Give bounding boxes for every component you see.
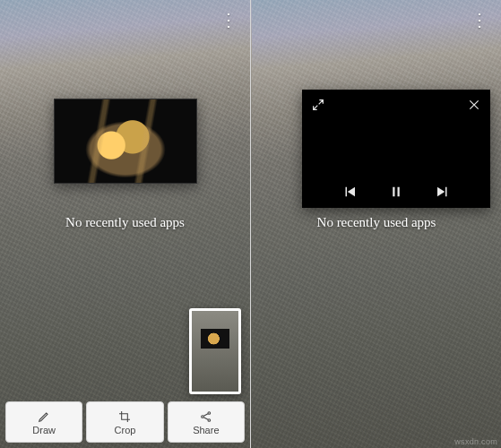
close-icon[interactable]	[467, 98, 481, 112]
pip-controls	[302, 176, 490, 208]
screenshot-right: ⋮ No recently used apps wsxdn.com	[251, 0, 501, 448]
pencil-icon	[37, 409, 51, 424]
share-icon	[199, 409, 213, 424]
svg-point-2	[208, 418, 211, 421]
pause-icon[interactable]	[388, 184, 404, 200]
pip-movie-preview[interactable]	[54, 99, 197, 184]
draw-label: Draw	[32, 425, 56, 435]
expand-icon[interactable]	[311, 98, 325, 112]
crop-icon	[117, 409, 132, 424]
overflow-menu-button[interactable]: ⋮	[467, 7, 492, 32]
share-button[interactable]: Share	[168, 401, 245, 443]
svg-point-1	[208, 411, 211, 414]
watermark-text: wsxdn.com	[454, 437, 497, 446]
share-label: Share	[193, 425, 219, 435]
screenshot-toolbar: Draw Crop Share	[5, 401, 245, 443]
previous-track-icon[interactable]	[341, 184, 358, 200]
pip-video-player[interactable]	[302, 90, 490, 208]
next-track-icon[interactable]	[435, 184, 451, 200]
pip-top-bar	[302, 90, 490, 120]
overflow-menu-button[interactable]: ⋮	[216, 7, 241, 32]
draw-button[interactable]: Draw	[5, 401, 82, 443]
svg-point-0	[201, 415, 203, 418]
crop-label: Crop	[115, 425, 136, 435]
no-recent-apps-label: No recently used apps	[252, 215, 501, 230]
pip-video-surface[interactable]	[302, 120, 490, 176]
screenshot-thumbnail[interactable]	[189, 308, 241, 394]
screenshot-left: ⋮ No recently used apps Draw Crop Share	[0, 0, 250, 448]
no-recent-apps-label: No recently used apps	[0, 215, 250, 230]
crop-button[interactable]: Crop	[86, 401, 163, 443]
